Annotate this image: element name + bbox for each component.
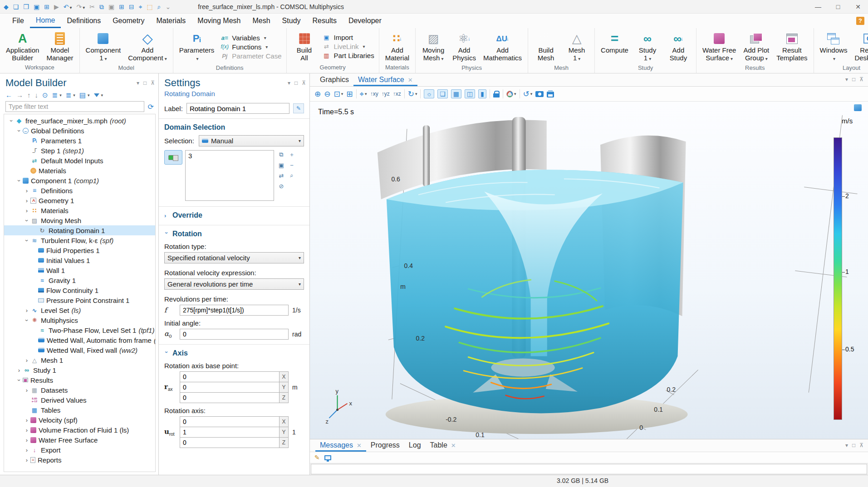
caret-icon[interactable] [23,197,30,204]
tree-item-definitions[interactable]: Definitions [4,185,155,195]
menu-mesh[interactable]: Mesh [246,14,276,28]
back-icon[interactable]: ← [5,92,12,98]
redo-icon[interactable]: ↷▾ [76,4,85,10]
tree-filter-input[interactable] [5,101,144,112]
selection-list-item[interactable]: 3 [188,152,271,160]
active-selection-toggle[interactable] [164,150,182,165]
select-box-icon[interactable]: ⌖ [139,4,142,10]
tree-item-wall-1[interactable]: Wall 1 [4,265,155,275]
clear-selection-icon[interactable]: ⬚ [147,4,153,10]
caret-icon[interactable] [23,457,30,463]
menu-study[interactable]: Study [276,14,307,28]
component-1-button[interactable]: Component1▾ [83,30,124,63]
tree-item-materials[interactable]: Materials [4,205,155,215]
caret-icon[interactable] [15,367,23,374]
rotation-axis-z-input[interactable] [180,438,279,448]
appearance-icon[interactable]: ▾ [506,91,516,97]
pin-panel-icon[interactable]: ⊼ [302,80,306,86]
tree-item-wetted-wall-1[interactable]: Wetted Wall, Automatic from frame(ww1) [4,335,155,345]
messages-field[interactable] [311,464,867,474]
move-up-icon[interactable]: ↑ [27,92,31,98]
tree-item-initial-values[interactable]: Initial Values 1 [4,255,155,265]
caret-icon[interactable] [23,387,30,394]
add-mathematics-button[interactable]: ΔU↓AddMathematics [480,30,525,63]
initial-angle-input[interactable] [180,329,289,340]
toolbar-more-icon[interactable]: ⌄ [166,4,171,10]
copy-selection-icon[interactable]: ⧉ [277,150,286,159]
float-panel-icon[interactable]: □ [143,80,147,86]
revolutions-per-time-input[interactable] [180,305,289,316]
minimize-button[interactable]: — [808,0,828,14]
tree-item-wetted-wall-2[interactable]: Wetted Wall, Fixed wall(ww2) [4,345,155,355]
menu-file[interactable]: File [6,14,30,28]
panel-menu-icon[interactable]: ▾ [288,80,290,86]
add-to-selection-icon[interactable]: ＋ [287,150,296,159]
zoom-out-icon[interactable]: ⊖ [324,90,330,98]
tree-item-root[interactable]: free_surface_mixer_ls.mph(root) [4,116,155,126]
menu-results[interactable]: Results [307,14,343,28]
result-templates-button[interactable]: ResultTemplates [773,30,810,63]
rotation-axis-y-input[interactable] [180,427,279,437]
caret-icon[interactable] [23,427,30,433]
section-rotation[interactable]: ›Rotation [159,225,309,241]
model-manager-button[interactable]: ModelManager [43,30,76,63]
tree-item-pressure-point-constraint-1[interactable]: Pressure Point Constraint 1 [4,295,155,305]
caret-icon[interactable] [23,447,30,453]
menu-developer[interactable]: Developer [343,14,387,28]
caret-icon[interactable] [23,317,30,324]
snapshot-icon[interactable] [535,91,544,97]
color-legend-icon[interactable]: ▮ [478,89,486,98]
delete-icon[interactable]: ⊟ [129,4,134,10]
zoom-to-selection-icon[interactable]: ⌕ [287,171,296,180]
add-study-button[interactable]: ∞↓AddStudy [663,30,693,63]
undo-icon[interactable]: ↶▾ [64,4,72,10]
tree-item-global-definitions[interactable]: Global Definitions [4,126,155,136]
menu-geometry[interactable]: Geometry [107,14,150,28]
forward-icon[interactable]: → [16,92,23,98]
add-plot-group-button[interactable]: Add PlotGroup▾ [740,30,772,63]
transparency-icon[interactable]: ❏ [437,89,448,98]
paste-icon[interactable]: ▣ [108,4,114,10]
panel-menu-icon[interactable]: ▾ [845,76,848,83]
rotation-type-dropdown[interactable]: Specified rotational velocity▾ [164,252,304,263]
pin-panel-icon[interactable]: ⊼ [859,76,863,83]
pin-panel-icon[interactable]: ⊼ [859,442,863,448]
build-all-button[interactable]: BuildAll [289,30,319,63]
rotate-view-icon[interactable]: ↻▾ [408,90,417,98]
caret-icon[interactable] [23,217,30,224]
caret-icon[interactable] [23,207,30,214]
find-icon[interactable]: ⌕ [157,4,161,10]
pin-panel-icon[interactable]: ⊼ [151,80,155,86]
base-point-x-input[interactable] [180,372,279,382]
graphics-canvas[interactable]: Time=5.5 s [310,102,868,439]
tree-item-step[interactable]: Step 1(step1) [4,146,155,156]
maximize-button[interactable]: □ [828,0,848,14]
caret-icon[interactable] [23,417,30,424]
tab-log[interactable]: Log [404,441,426,452]
help-icon[interactable]: ? [856,17,864,25]
collapse-icon[interactable]: ≣ [66,92,72,98]
tree-item-default-model-inputs[interactable]: Default Model Inputs [4,156,155,166]
rotation-axis-x-input[interactable] [180,417,279,427]
caret-icon[interactable] [23,187,30,194]
tree-item-mesh-1[interactable]: Mesh 1 [4,355,155,365]
variables-button[interactable]: a=Variables▾ [220,34,281,42]
caret-icon[interactable] [15,177,23,184]
tree-item-datasets[interactable]: Datasets [4,385,155,395]
view-xy-icon[interactable]: ↑xy [370,91,378,97]
float-panel-icon[interactable]: □ [852,76,855,83]
open-icon[interactable]: ❒ [23,4,29,10]
section-axis[interactable]: ›Axis [159,344,309,360]
tab-messages[interactable]: Messages✕ [315,441,366,452]
close-icon[interactable]: ✕ [408,77,413,83]
show-plot-icon[interactable]: ◫ [465,89,475,98]
tree-item-two-phase-flow[interactable]: Two-Phase Flow, Level Set 1(tpf1) [4,325,155,335]
tree-item-materials-global[interactable]: Materials [4,166,155,175]
tree-item-rotating-domain-1[interactable]: Rotating Domain 1 [4,225,155,235]
tree-item-gravity-1[interactable]: Gravity 1 [4,275,155,285]
panel-menu-icon[interactable]: ▾ [845,442,848,448]
save-as-icon[interactable]: ⊞ [44,4,49,10]
tree-item-parameters[interactable]: Parameters 1 [4,136,155,146]
menu-materials[interactable]: Materials [150,14,191,28]
panel-menu-icon[interactable]: ▾ [137,80,139,86]
